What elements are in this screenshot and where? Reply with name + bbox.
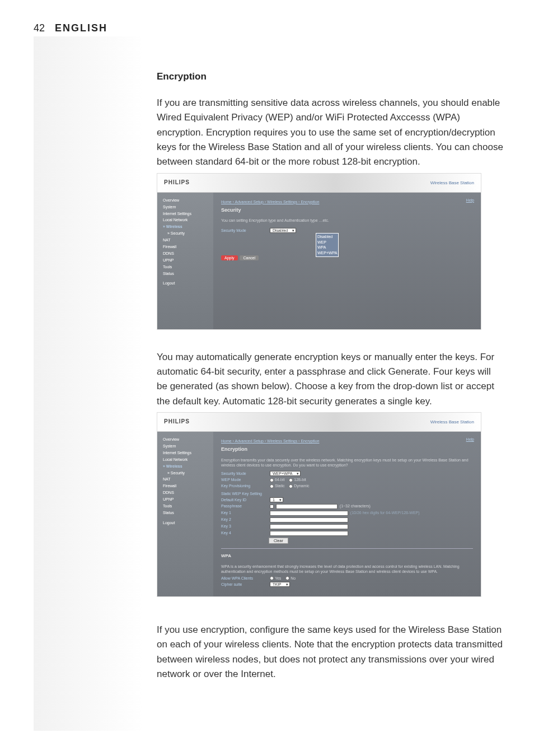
nav-item[interactable]: Status [163,270,208,277]
allow-wpa-yes-radio[interactable] [270,576,274,580]
security-mode-label: Security Mode [221,228,269,232]
nav-item[interactable]: Internet Settings [163,450,208,456]
breadcrumb[interactable]: Home › Advanced Setup › Wireless Setting… [221,439,319,443]
nav-item[interactable]: Overview [163,197,208,204]
nav-item[interactable]: Overview [163,436,208,443]
wep-mode-label: WEP Mode [221,478,269,482]
apply-button[interactable]: Apply [221,255,238,260]
sidebar-nav: Overview System Internet Settings Local … [157,193,213,330]
nav-item[interactable]: Firewall [163,244,208,250]
default-key-label: Default Key ID [221,498,269,502]
passphrase-input[interactable] [276,504,338,509]
nav-item[interactable]: System [163,443,208,450]
cipher-select[interactable]: TKIP [270,582,290,587]
brand-logo: PHILIPS [164,179,190,185]
key-dynamic-label: Dynamic [294,484,309,488]
breadcrumb[interactable]: Home › Advanced Setup › Wireless Setting… [221,200,319,204]
cancel-button[interactable]: Cancel [240,255,259,260]
key-prov-label: Key Provisioning [221,484,269,488]
security-mode-dropdown[interactable]: Disabled WEP WPA WEP+WPA [316,233,339,257]
nav-item-security[interactable]: » Security [163,230,208,237]
key4-input[interactable] [270,531,348,536]
allow-wpa-no-radio[interactable] [285,576,289,580]
nav-item[interactable]: UPNP [163,496,208,503]
wep-128-label: 128-bit [294,478,306,482]
nav-item-wireless[interactable]: » Wireless [163,463,208,470]
nav-item-logout[interactable]: Logout [163,520,208,526]
section-title: Encryption [157,71,504,82]
key2-label: Key 2 [221,517,269,521]
help-link[interactable]: Help [466,198,474,202]
paragraph-3: If you use encryption, configure the sam… [157,623,504,682]
panel-desc: You can setting Encryption type and Auth… [221,218,473,222]
allow-wpa-yes-label: Yes [275,576,281,580]
passphrase-label: Passphrase [221,504,269,508]
key-hint: (10/26 hex digits for 64-WEP/128-WEP) [350,511,420,515]
default-key-select[interactable]: 1 [270,497,283,502]
device-name: Wireless Base Station [430,180,474,185]
dropdown-option[interactable]: WPA [317,245,337,250]
key3-label: Key 3 [221,524,269,528]
panel-title: Encryption [221,446,473,452]
passphrase-check[interactable] [270,505,274,508]
nav-item[interactable]: DDNS [163,489,208,496]
static-wep-heading: Static WEP Key Setting [221,492,473,496]
dropdown-option[interactable]: WEP+WPA [317,250,337,256]
dropdown-option[interactable]: Disabled [317,234,337,240]
key-static-radio[interactable] [270,484,274,488]
nav-item[interactable]: NAT [163,237,208,244]
paragraph-2: You may automatically generate encryptio… [157,350,504,409]
security-mode-select[interactable]: WEP+WPA [270,471,301,476]
cipher-label: Cipher suite [221,582,269,586]
nav-item-security[interactable]: » Security [163,470,208,477]
nav-item[interactable]: DDNS [163,250,208,257]
panel-title: Security [221,207,473,213]
side-gradient [34,36,143,731]
nav-item[interactable]: Tools [163,264,208,270]
nav-item[interactable]: Local Network [163,217,208,223]
nav-item-wireless[interactable]: » Wireless [163,223,208,230]
screenshot-security-disabled: PHILIPS Wireless Base Station Overview S… [157,173,481,330]
passphrase-hint: (1~32 characters) [340,504,371,508]
wpa-desc: WPA is a security enhancement that stron… [221,564,473,574]
wpa-heading: WPA [221,553,473,558]
key4-label: Key 4 [221,531,269,535]
wep-128-radio[interactable] [289,478,293,482]
key-static-label: Static [275,484,285,488]
brand-logo: PHILIPS [164,418,190,424]
security-mode-select[interactable]: Disabled [270,228,296,233]
security-mode-label: Security Mode [221,472,269,475]
nav-item[interactable]: UPNP [163,257,208,264]
nav-item[interactable]: Status [163,510,208,516]
nav-item[interactable]: Tools [163,503,208,510]
key2-input[interactable] [270,517,348,522]
paragraph-1: If you are transmitting sensitive data a… [157,96,504,170]
key1-label: Key 1 [221,511,269,515]
language-heading: ENGLISH [55,22,107,34]
allow-wpa-label: Allow WPA Clients [221,576,269,580]
nav-item[interactable]: Firewall [163,483,208,489]
wep-64-label: 64-bit [275,478,285,482]
nav-item[interactable]: System [163,204,208,211]
sidebar-nav: Overview System Internet Settings Local … [157,432,213,597]
help-link[interactable]: Help [466,437,474,441]
wep-64-radio[interactable] [270,478,274,482]
dropdown-option[interactable]: WEP [317,240,337,245]
allow-wpa-no-label: No [291,576,296,580]
clear-button[interactable]: Clear [269,538,288,544]
panel-desc: Encryption transmits your data securely … [221,458,473,468]
nav-item-logout[interactable]: Logout [163,280,208,287]
key1-input[interactable] [270,511,348,516]
nav-item[interactable]: Local Network [163,456,208,463]
screenshot-encryption-wep-wpa: PHILIPS Wireless Base Station Overview S… [157,412,481,597]
nav-item[interactable]: NAT [163,476,208,483]
key-dynamic-radio[interactable] [289,484,293,488]
page-number: 42 [34,22,45,34]
device-name: Wireless Base Station [430,419,474,424]
key3-input[interactable] [270,524,348,529]
nav-item[interactable]: Internet Settings [163,211,208,217]
